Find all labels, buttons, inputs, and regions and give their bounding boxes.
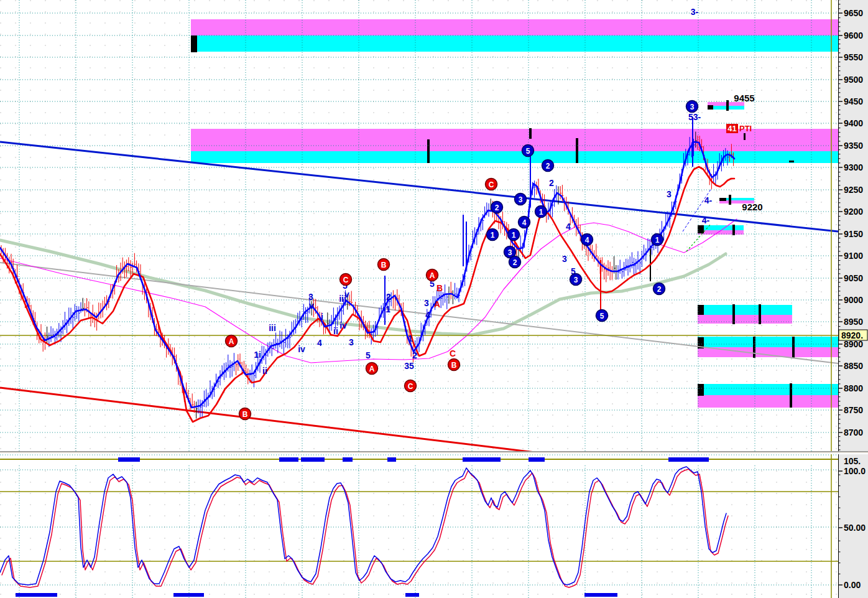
svg-text:C: C	[343, 276, 349, 284]
svg-text:B: B	[242, 410, 248, 419]
price-axis-label: 9200	[844, 207, 863, 217]
price-axis-label: 9100	[844, 251, 863, 261]
xtl-uptrend-bar	[279, 457, 298, 462]
signal-bar	[405, 593, 419, 597]
zone-8970	[698, 305, 792, 315]
zone-9455-mark	[726, 100, 729, 111]
price-axis-label: 9600	[844, 30, 863, 40]
oscillator-panel[interactable]	[0, 454, 838, 598]
oscillator-axis-label: 105.	[844, 456, 861, 466]
target-zone-top	[191, 19, 838, 35]
price-axis-label: 8950	[844, 317, 863, 327]
target-zone-mid	[191, 151, 838, 163]
price-axis-label: 8850	[844, 361, 863, 371]
zone-8890	[698, 337, 838, 347]
panel-splitter[interactable]	[0, 451, 868, 454]
svg-text:1: 1	[491, 231, 495, 240]
svg-text:5: 5	[526, 147, 530, 156]
signal-bar	[173, 593, 204, 597]
zone-8970-mark	[732, 304, 735, 324]
svg-text:iv: iv	[298, 344, 305, 354]
price-axis-label: 9650	[844, 8, 863, 18]
chart-window: 3-53-34-4-24352153412353vi4iiiiiv5iv35ii…	[0, 0, 868, 598]
price-axis-label: 9300	[844, 162, 863, 172]
zone-8890-mark	[753, 337, 755, 358]
price-axis-label: 8700	[844, 427, 863, 437]
svg-text:4: 4	[317, 338, 322, 348]
svg-text:1: 1	[655, 236, 660, 245]
svg-text:3: 3	[508, 248, 512, 257]
target-zone-mid-mark	[427, 139, 430, 163]
svg-text:C: C	[489, 180, 494, 189]
svg-text:C: C	[408, 382, 413, 391]
svg-text:B: B	[451, 361, 457, 370]
zone-8790-mark	[698, 384, 704, 396]
svg-text:v: v	[344, 289, 349, 299]
svg-text:1: 1	[408, 334, 413, 343]
price-axis-label: 8800	[844, 383, 863, 393]
oscillator-axis[interactable]: 105.100.050.000.00	[838, 454, 868, 598]
svg-text:1i: 1i	[254, 350, 261, 360]
svg-text:B: B	[436, 283, 443, 293]
price-axis-label: 9500	[844, 75, 863, 85]
svg-text:ii: ii	[262, 366, 267, 376]
svg-text:i: i	[321, 312, 323, 322]
xtl-uptrend-bar	[118, 457, 140, 462]
price-axis[interactable]: 9650960095509500945094009350930092509200…	[838, 0, 868, 459]
price-panel[interactable]: 3-53-34-4-24352153412353vi4iiiiiv5iv35ii…	[0, 0, 838, 456]
svg-text:3: 3	[574, 276, 578, 284]
xtl-uptrend-bar	[343, 457, 353, 462]
price-axis-label: 9350	[844, 141, 863, 151]
svg-text:A: A	[369, 365, 375, 373]
zone-9220-mark	[719, 198, 726, 201]
zone-9150	[698, 225, 744, 230]
zone-8970	[698, 315, 792, 324]
svg-text:4-: 4-	[704, 195, 713, 205]
svg-text:1: 1	[512, 231, 516, 240]
svg-text:41: 41	[727, 124, 736, 133]
svg-text:PTI: PTI	[739, 124, 752, 133]
oscillator-axis-label: 0.00	[844, 580, 861, 590]
svg-text:3: 3	[519, 195, 523, 204]
svg-text:2: 2	[495, 203, 499, 212]
svg-text:2: 2	[657, 285, 662, 294]
xtl-uptrend-bar	[301, 457, 325, 462]
zone-9455-mark	[708, 105, 713, 110]
svg-text:2: 2	[549, 178, 554, 188]
svg-text:4: 4	[522, 218, 527, 227]
svg-text:2: 2	[412, 350, 417, 360]
chart-canvas[interactable]: 3-53-34-4-24352153412353vi4iiiiiv5iv35ii…	[0, 0, 868, 598]
svg-text:8920.: 8920.	[841, 330, 863, 340]
svg-text:C: C	[450, 348, 456, 358]
svg-text:B: B	[381, 261, 387, 269]
price-axis-label: 9550	[844, 52, 863, 62]
zone-9150-mark	[732, 225, 735, 235]
svg-text:2: 2	[513, 258, 517, 267]
svg-text:35: 35	[404, 361, 414, 371]
price-axis-label: 9400	[844, 118, 863, 128]
svg-text:2: 2	[546, 162, 550, 171]
zone-8790	[698, 384, 838, 395]
xtl-uptrend-bar	[463, 457, 501, 462]
svg-text:iv: iv	[339, 320, 347, 330]
signal-bar	[584, 593, 617, 597]
svg-text:1: 1	[386, 304, 390, 314]
svg-text:3: 3	[424, 298, 429, 308]
zone-8790	[698, 395, 838, 408]
svg-text:A: A	[434, 299, 440, 309]
svg-text:4-: 4-	[702, 215, 710, 225]
svg-text:53-: 53-	[688, 112, 701, 122]
svg-text:A: A	[430, 271, 435, 280]
svg-text:A: A	[229, 337, 234, 346]
target-zone-top	[191, 35, 838, 52]
zone-9220-mark	[729, 195, 731, 205]
price-axis-label: 9250	[844, 185, 863, 195]
svg-text:4: 4	[425, 310, 430, 320]
svg-text:4: 4	[585, 236, 589, 245]
svg-text:3: 3	[562, 254, 567, 264]
svg-text:1: 1	[539, 208, 543, 217]
zone-8790-mark	[790, 383, 792, 408]
svg-text:iii: iii	[269, 323, 276, 333]
price-axis-label: 9000	[844, 295, 863, 305]
price-axis-label: 9150	[844, 229, 863, 239]
